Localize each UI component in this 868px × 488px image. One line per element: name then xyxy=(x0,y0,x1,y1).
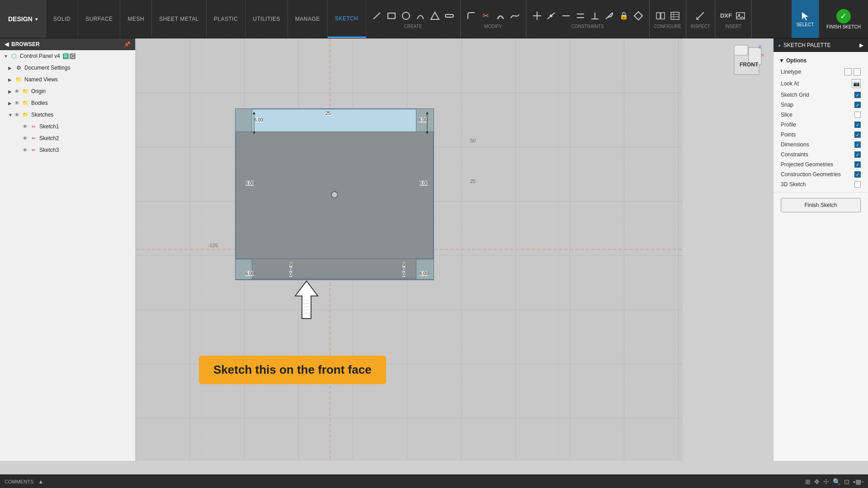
rectangle-tool-icon[interactable] xyxy=(385,9,398,22)
slice-checkbox[interactable] xyxy=(854,112,861,118)
line-tool-icon[interactable] xyxy=(371,9,383,22)
sketch3-eye-icon[interactable]: 👁 xyxy=(23,147,28,153)
sketch2-eye-icon[interactable]: 👁 xyxy=(23,136,28,141)
coincident-constraint-icon[interactable] xyxy=(531,9,543,22)
pan-icon[interactable]: ☩ xyxy=(823,478,829,485)
svg-text:-125: -125 xyxy=(208,243,218,248)
display-options-icon[interactable]: ▪▦▫ xyxy=(853,478,863,485)
parallel-constraint-icon[interactable] xyxy=(574,9,587,22)
select-button[interactable]: SELECT xyxy=(792,0,819,38)
browser-item-bodies[interactable]: ▶ 👁 📁 Bodies xyxy=(0,97,135,109)
polygon-tool-icon[interactable] xyxy=(429,9,441,22)
settings-icon: ⚙ xyxy=(14,64,23,72)
midpoint-constraint-icon[interactable] xyxy=(545,9,558,22)
grid-options-icon[interactable]: ⊞ xyxy=(805,478,811,485)
trim-tool-icon[interactable]: ✂ xyxy=(480,9,492,22)
root-badge-r: R xyxy=(63,53,69,59)
palette-row-construction-geo: Construction Geometries ✓ xyxy=(774,169,868,179)
insert-image-icon[interactable] xyxy=(734,9,747,22)
tab-solid[interactable]: SOLID xyxy=(46,0,79,38)
origin-eye-icon[interactable]: 👁 xyxy=(14,89,19,94)
named-views-icon: 📁 xyxy=(14,75,23,84)
slot-tool-icon[interactable] xyxy=(443,9,456,22)
projected-geo-checkbox[interactable]: ✓ xyxy=(854,161,861,168)
finish-sketch-toolbar-button[interactable]: ✓ FINISH SKETCH xyxy=(819,0,868,38)
spline-tool-icon[interactable] xyxy=(509,9,521,22)
canvas[interactable]: -125 -100 -75 -50 -25 50 25 -25 6.00 6.0… xyxy=(136,38,683,461)
svg-rect-52 xyxy=(734,45,748,55)
browser-item-sketch2[interactable]: 👁 ✏ Sketch2 xyxy=(0,132,135,144)
arc-tool-icon[interactable] xyxy=(414,9,427,22)
origin-icon: 📁 xyxy=(21,87,29,95)
lock-constraint-icon[interactable]: 🔒 xyxy=(618,9,630,22)
tab-utilities[interactable]: UTILITIES xyxy=(245,0,288,38)
named-views-arrow: ▶ xyxy=(8,77,14,82)
configure-group: CONFIGURE xyxy=(650,0,686,38)
browser-item-document-settings[interactable]: ▶ ⚙ Document Settings xyxy=(0,62,135,74)
tab-plastic[interactable]: PLASTIC xyxy=(207,0,246,38)
finish-sketch-toolbar-label: FINISH SKETCH xyxy=(826,24,861,29)
fillet-tool-icon[interactable] xyxy=(465,9,478,22)
palette-row-slice: Slice xyxy=(774,110,868,120)
offset-tool-icon[interactable] xyxy=(494,9,507,22)
tab-surface[interactable]: SURFACE xyxy=(78,0,120,38)
linetype-input-left[interactable] xyxy=(844,68,852,75)
sketch1-eye-icon[interactable]: 👁 xyxy=(23,124,28,129)
insert-dxf-icon[interactable]: DXF xyxy=(720,9,732,22)
profile-checkbox[interactable]: ✓ xyxy=(854,122,861,128)
tangent-constraint-icon[interactable] xyxy=(603,9,616,22)
svg-rect-4 xyxy=(445,14,453,17)
palette-options-header[interactable]: ▼ Options xyxy=(774,55,868,66)
palette-title: SKETCH PALETTE xyxy=(783,42,830,48)
palette-header: ● SKETCH PALETTE ▶ xyxy=(774,38,868,52)
svg-marker-40 xyxy=(253,112,255,114)
browser-item-named-views[interactable]: ▶ 📁 Named Views xyxy=(0,74,135,85)
circle-tool-icon[interactable] xyxy=(400,9,412,22)
dimensions-checkbox[interactable]: ✓ xyxy=(854,141,861,148)
bodies-eye-icon[interactable]: 👁 xyxy=(14,100,19,106)
corner-bl xyxy=(235,259,252,280)
browser-item-sketch1[interactable]: 👁 ✏ Sketch1 xyxy=(0,121,135,132)
browser-item-sketches[interactable]: ▼ 👁 📁 Sketches xyxy=(0,109,135,121)
svg-text:FRONT: FRONT xyxy=(740,61,759,68)
browser-root-item[interactable]: ▼ ⬡ Control Panel v4 R C xyxy=(0,50,135,62)
finish-sketch-palette-button[interactable]: Finish Sketch xyxy=(781,198,861,212)
construction-geo-checkbox[interactable]: ✓ xyxy=(854,171,861,178)
palette-expand-icon[interactable]: ▶ xyxy=(859,42,863,48)
browser-item-origin[interactable]: ▶ 👁 📁 Origin xyxy=(0,85,135,97)
sketch-grid-checkbox[interactable]: ✓ xyxy=(854,92,861,98)
equal-constraint-icon[interactable] xyxy=(632,9,645,22)
configure-icon[interactable] xyxy=(654,9,667,22)
browser-pin-icon[interactable]: 📌 xyxy=(124,41,131,47)
tab-sketch[interactable]: SKETCH xyxy=(328,0,366,38)
perpendicular-constraint-icon[interactable] xyxy=(589,9,601,22)
horizontal-constraint-icon[interactable] xyxy=(560,9,572,22)
modify-group: ✂ MODIFY xyxy=(461,0,526,38)
snap-checkbox[interactable]: ✓ xyxy=(854,102,861,108)
constraints-checkbox[interactable]: ✓ xyxy=(854,151,861,158)
tab-mesh[interactable]: MESH xyxy=(120,0,152,38)
sketch-grid-label: Sketch Grid xyxy=(781,92,809,98)
design-button[interactable]: DESIGN ▾ xyxy=(0,0,46,38)
tab-sheet-metal[interactable]: SHEET METAL xyxy=(152,0,207,38)
look-at-button[interactable]: 📷 xyxy=(852,79,861,88)
zoom-icon[interactable]: 🔍 xyxy=(833,478,840,485)
table-icon[interactable] xyxy=(669,9,681,22)
svg-point-8 xyxy=(550,14,552,17)
view-cube[interactable]: FRONT X Z xyxy=(730,43,766,79)
palette-row-projected-geo: Projected Geometries ✓ xyxy=(774,160,868,169)
create-label: CREATE xyxy=(404,24,422,29)
sketches-eye-icon[interactable]: 👁 xyxy=(14,112,19,117)
move-icon[interactable]: ✥ xyxy=(814,478,820,485)
measure-icon[interactable] xyxy=(694,9,707,22)
fit-icon[interactable]: ⊡ xyxy=(844,478,849,485)
linetype-input-right[interactable] xyxy=(854,68,861,75)
3d-sketch-checkbox[interactable] xyxy=(854,181,861,188)
comments-expand-icon[interactable]: ▲ xyxy=(38,479,43,485)
constraints-label: CONSTRAINTS xyxy=(571,24,604,29)
browser-collapse-icon[interactable]: ◀ xyxy=(5,41,9,47)
points-checkbox[interactable]: ✓ xyxy=(854,131,861,138)
browser-item-sketch3[interactable]: 👁 ✏ Sketch3 xyxy=(0,144,135,156)
tab-manage[interactable]: MANAGE xyxy=(288,0,328,38)
options-chevron-icon: ▼ xyxy=(779,57,784,64)
